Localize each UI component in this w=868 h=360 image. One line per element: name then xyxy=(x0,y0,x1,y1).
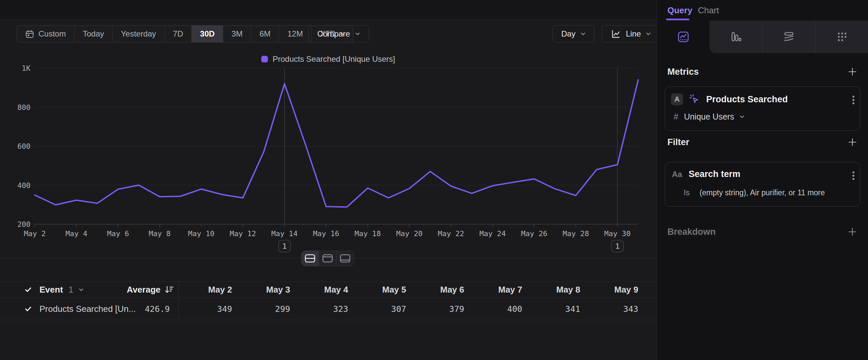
insights-icon xyxy=(677,31,690,43)
chart-view-icon xyxy=(322,253,333,264)
date-column-header[interactable]: May 6 xyxy=(414,282,464,298)
chart-type-label: Line xyxy=(626,29,641,38)
layout-toggle-split-view[interactable] xyxy=(301,251,319,266)
table-header-row: Event 1 Average May 2May 3May 4May 5May … xyxy=(0,281,656,298)
add-metric-icon[interactable] xyxy=(847,66,858,77)
date-range-3m[interactable]: 3M xyxy=(223,26,251,42)
svg-text:May 2: May 2 xyxy=(24,229,46,238)
compare-label: Compare xyxy=(317,29,350,38)
svg-text:400: 400 xyxy=(17,181,31,190)
svg-text:600: 600 xyxy=(17,142,31,150)
date-range-label: 7D xyxy=(173,29,183,38)
layout-toggle-group xyxy=(301,250,354,266)
metric-options-icon[interactable] xyxy=(852,94,855,106)
event-header-label: Event xyxy=(39,285,63,295)
date-cell-value: 349 xyxy=(182,298,232,320)
date-cell-value: 343 xyxy=(589,298,638,320)
date-range-6m[interactable]: 6M xyxy=(251,26,279,42)
average-column-header[interactable]: Average xyxy=(90,282,175,298)
tab-funnels[interactable] xyxy=(710,21,762,53)
date-range-12m[interactable]: 12M xyxy=(279,26,312,42)
sort-descending-icon xyxy=(164,285,175,294)
property-type-label: Aa xyxy=(671,170,683,179)
svg-text:May 6: May 6 xyxy=(107,229,129,238)
chevron-down-icon[interactable] xyxy=(79,288,84,291)
metrics-section-header: Metrics xyxy=(668,66,858,77)
date-column-header[interactable]: May 7 xyxy=(472,282,522,298)
svg-text:May 26: May 26 xyxy=(521,229,547,238)
date-column-header[interactable]: May 4 xyxy=(299,282,348,298)
event-count: 1 xyxy=(69,285,73,295)
table-column-divider xyxy=(178,281,179,320)
filter-options-icon[interactable] xyxy=(852,170,855,182)
layout-toggle-table-view[interactable] xyxy=(337,251,354,266)
granularity-button[interactable]: Day xyxy=(552,25,594,43)
svg-text:May 16: May 16 xyxy=(313,229,339,238)
annotation-badge[interactable]: 1 xyxy=(611,240,623,252)
svg-text:1: 1 xyxy=(282,242,286,250)
panel-tab-bar: Query Chart xyxy=(657,0,868,21)
add-breakdown-icon[interactable] xyxy=(847,226,858,237)
metric-event-name: Products Searched xyxy=(706,94,788,105)
date-range-yesterday[interactable]: Yesterday xyxy=(113,26,165,42)
svg-text:May 24: May 24 xyxy=(479,229,506,238)
app-root: { "toolbar": { "date_ranges": ["Custom",… xyxy=(0,0,868,360)
query-panel: Query Chart Metrics xyxy=(656,0,868,360)
compare-button[interactable]: Compare xyxy=(308,25,369,43)
y-gridlines xyxy=(35,68,638,224)
active-tab-underline xyxy=(666,19,689,20)
filter-value[interactable]: (empty string), Air purifier, or 11 more xyxy=(700,188,825,197)
svg-text:May 20: May 20 xyxy=(396,229,423,238)
svg-text:200: 200 xyxy=(17,220,31,228)
metric-card-row: A Products Searched xyxy=(671,93,842,105)
filter-card[interactable]: Aa Search term Is (empty string), Air pu… xyxy=(665,162,860,206)
row-average-value: 426.9 xyxy=(117,298,170,320)
date-range-label: 30D xyxy=(200,29,215,38)
add-filter-icon[interactable] xyxy=(847,137,858,147)
chevron-down-icon xyxy=(355,32,360,35)
svg-text:May 28: May 28 xyxy=(563,229,589,238)
svg-text:1: 1 xyxy=(615,242,620,250)
aggregation-selector[interactable]: # Unique Users xyxy=(674,112,744,121)
date-cell-value: 341 xyxy=(530,298,580,320)
line-chart[interactable]: 2004006008001KMay 2May 4May 6May 8May 10… xyxy=(0,50,656,266)
dots-grid-icon xyxy=(836,31,848,43)
flow-icon xyxy=(783,31,796,43)
chart-type-button[interactable]: Line xyxy=(602,25,660,43)
date-column-header[interactable]: May 8 xyxy=(530,282,580,298)
date-column-header[interactable]: May 2 xyxy=(182,282,232,298)
layout-toggle-chart-view[interactable] xyxy=(319,251,337,266)
svg-text:May 8: May 8 xyxy=(149,229,170,238)
date-range-30d[interactable]: 30D xyxy=(192,26,223,42)
select-all-checkbox[interactable] xyxy=(23,284,34,295)
metrics-heading: Metrics xyxy=(668,67,699,77)
table-row[interactable]: Products Searched [Un... 426.9 349299323… xyxy=(0,298,656,320)
tab-flows[interactable] xyxy=(762,21,815,53)
trend-line[interactable] xyxy=(35,80,638,207)
annotation-badge[interactable]: 1 xyxy=(279,240,290,252)
aggregation-label: Unique Users xyxy=(684,112,734,121)
filter-property-name: Search term xyxy=(689,169,740,179)
date-column-header[interactable]: May 3 xyxy=(240,282,290,298)
metric-card[interactable]: A Products Searched # Unique Users xyxy=(665,86,860,131)
date-column-header[interactable]: May 5 xyxy=(356,282,406,298)
svg-text:May 4: May 4 xyxy=(65,229,87,238)
filter-operator[interactable]: Is xyxy=(684,188,690,197)
toolbar-right: Day Line xyxy=(552,25,660,43)
date-range-label: 6M xyxy=(259,29,271,38)
date-range-today[interactable]: Today xyxy=(74,26,113,42)
row-checkbox[interactable] xyxy=(23,303,34,314)
date-range-label: Today xyxy=(83,29,104,38)
date-cell-value: 307 xyxy=(356,298,406,320)
table-view-icon xyxy=(340,253,351,264)
date-range-7d[interactable]: 7D xyxy=(165,26,192,42)
date-column-header[interactable]: May 9 xyxy=(589,282,638,298)
tab-query[interactable]: Query xyxy=(668,5,692,16)
tab-chart[interactable]: Chart xyxy=(698,5,719,16)
metric-letter-badge: A xyxy=(671,93,683,105)
tab-retention[interactable] xyxy=(815,21,868,53)
tab-insights[interactable] xyxy=(657,21,710,53)
average-header-label: Average xyxy=(127,285,160,295)
date-range-custom[interactable]: Custom xyxy=(17,26,74,42)
line-chart-icon xyxy=(611,29,621,39)
